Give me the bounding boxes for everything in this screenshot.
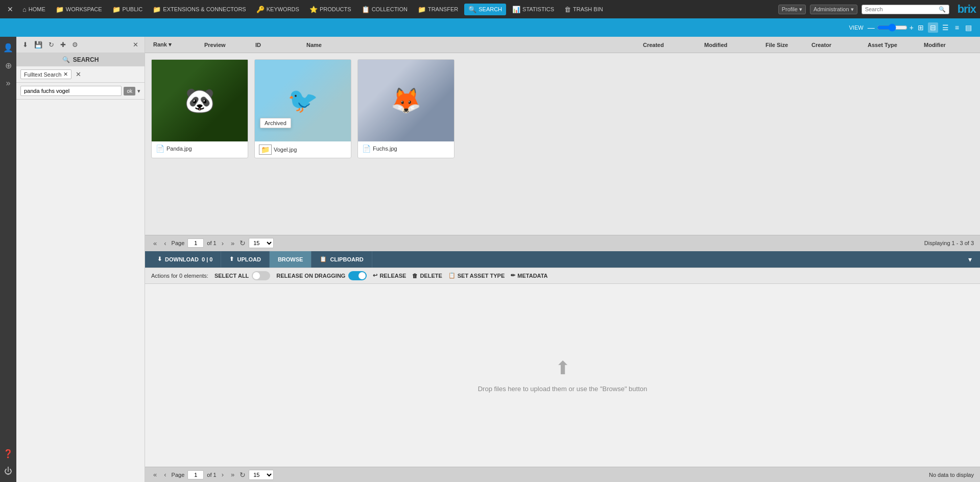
view-mode-list[interactable]: ≡ [953, 22, 961, 33]
left-icon-help[interactable]: ❓ [1, 447, 15, 461]
asset-card-vogel[interactable]: 🐦 📁 Vogel.jpg Archived [254, 59, 351, 158]
nav-label-workspace: WORKSPACE [66, 6, 102, 12]
browse-label: BROWSE [278, 256, 303, 262]
search-icon-small: 🔍 [62, 56, 70, 63]
profile-dropdown[interactable]: Profile ▾ [778, 5, 806, 14]
asset-card-fuchs[interactable]: 🦊 📄 Fuchs.jpg [357, 59, 455, 158]
pagination-refresh-button[interactable]: ↻ [240, 239, 246, 247]
view-mode-grid[interactable]: ⊟ [928, 22, 938, 33]
col-modified[interactable]: Modified [700, 42, 761, 48]
bottom-page-first[interactable]: « [151, 470, 159, 479]
nav-item-keywords[interactable]: 🔑 KEYWORDS [252, 4, 303, 15]
left-icon-layers[interactable]: ⊕ [3, 59, 14, 73]
nav-item-workspace[interactable]: 📁 WORKSPACE [52, 4, 106, 15]
download-button[interactable]: ⬇ DOWNLOAD 0 | 0 [149, 251, 221, 268]
bottom-page-last[interactable]: » [229, 470, 236, 479]
app-wrapper: ✕ ⌂ HOME 📁 WORKSPACE 📁 PUBLIC 📁 EXTENSIO… [0, 0, 980, 482]
asset-card-panda[interactable]: 🐼 📄 Panda.jpg [151, 59, 248, 158]
actions-for-label: Actions for 0 elements: [151, 273, 208, 279]
clipboard-actions-bar: Actions for 0 elements: SELECT ALL RELEA… [145, 268, 980, 284]
bottom-page-next[interactable]: › [220, 470, 226, 479]
close-app-button[interactable]: ✕ [4, 3, 16, 15]
set-asset-type-link[interactable]: 📋 SET ASSET TYPE [448, 272, 505, 279]
bottom-action-bar: ⬇ DOWNLOAD 0 | 0 ⬆ UPLOAD BROWSE 📋 CLIPB… [145, 251, 980, 268]
bottom-page-input[interactable] [187, 470, 204, 479]
sub-header: VIEW — + ⊞ ⊟ ☰ ≡ ▤ [0, 18, 980, 37]
filter-value-input[interactable] [20, 86, 122, 96]
col-assettype[interactable]: Asset Type [864, 42, 920, 48]
nav-label-trashbin: TRASH BIN [573, 6, 603, 12]
nav-item-statistics[interactable]: 📊 STATISTICS [508, 4, 558, 15]
zoom-slider[interactable] [877, 23, 907, 32]
page-next-button[interactable]: › [220, 238, 226, 248]
filter-arrow-button[interactable]: ▾ [137, 88, 140, 94]
clipboard-label: CLIPBOARD [330, 256, 363, 262]
bottom-bar-collapse-icon[interactable]: ▾ [968, 255, 972, 263]
nav-item-extensions[interactable]: 📁 EXTENSIONS & CONNECTORS [149, 4, 250, 15]
filter-type-clear[interactable]: ✕ [63, 71, 68, 78]
panda-thumbnail: 🐼 [152, 60, 248, 141]
global-search-icon[interactable]: 🔍 [939, 6, 946, 13]
filter-input-row: ok ▾ [16, 83, 145, 100]
bottom-pagination: « ‹ Page of 1 › » ↻ 15 25 50 100 [145, 467, 980, 482]
bottom-refresh-button[interactable]: ↻ [240, 471, 246, 479]
col-creator[interactable]: Creator [807, 42, 864, 48]
zoom-minus-icon[interactable]: — [868, 23, 875, 32]
col-rank[interactable]: Rank ▾ [149, 41, 200, 48]
metadata-link[interactable]: ✏ METADATA [511, 272, 547, 279]
panel-clear-icon[interactable]: ✕ [131, 40, 140, 50]
select-all-toggle[interactable] [252, 271, 270, 280]
panel-refresh-icon[interactable]: ↻ [46, 40, 56, 50]
filter-close-button[interactable]: ✕ [74, 69, 83, 79]
view-mode-list-compact[interactable]: ☰ [940, 22, 951, 33]
col-id[interactable]: ID [251, 42, 302, 48]
page-last-button[interactable]: » [229, 238, 236, 248]
global-search-input[interactable] [865, 6, 937, 12]
view-mode-grid-dense[interactable]: ⊞ [916, 22, 926, 33]
view-mode-detail[interactable]: ▤ [963, 22, 974, 33]
nav-item-home[interactable]: ⌂ HOME [18, 4, 50, 15]
col-modifier[interactable]: Modifier [920, 42, 976, 48]
nav-item-trashbin[interactable]: 🗑 TRASH BIN [560, 4, 607, 15]
left-icon-user[interactable]: 👤 [1, 41, 15, 55]
nav-item-search[interactable]: 🔍 SEARCH [464, 4, 506, 15]
release-action-link[interactable]: ↩ RELEASE [373, 272, 406, 279]
col-filesize[interactable]: File Size [761, 42, 807, 48]
page-input[interactable] [187, 238, 204, 248]
panda-footer: 📄 Panda.jpg [152, 141, 248, 156]
left-icon-power[interactable]: ⏻ [2, 465, 14, 478]
clipboard-section: Actions for 0 elements: SELECT ALL RELEA… [145, 268, 980, 483]
nav-item-transfer[interactable]: 📁 TRANSFER [414, 4, 462, 15]
transfer-icon: 📁 [418, 6, 426, 13]
col-preview[interactable]: Preview [200, 42, 251, 48]
nav-label-statistics: STATISTICS [522, 6, 554, 12]
delete-action-link[interactable]: 🗑 DELETE [412, 273, 442, 279]
nav-item-products[interactable]: ⭐ PRODUCTS [305, 4, 355, 15]
panel-settings-icon[interactable]: ⚙ [70, 40, 80, 50]
delete-icon: 🗑 [412, 273, 418, 279]
bottom-page-prev[interactable]: ‹ [162, 470, 168, 479]
nav-label-public: PUBLIC [123, 6, 143, 12]
browse-button[interactable]: BROWSE [270, 251, 312, 268]
col-name[interactable]: Name [302, 42, 639, 48]
panel-save-icon[interactable]: 💾 [32, 40, 44, 50]
fox-emoji: 🦊 [391, 86, 421, 115]
upload-button[interactable]: ⬆ UPLOAD [221, 251, 269, 268]
page-prev-button[interactable]: ‹ [162, 238, 168, 248]
panel-download-icon[interactable]: ⬇ [20, 40, 30, 50]
left-icon-expand[interactable]: » [4, 77, 13, 90]
col-created[interactable]: Created [639, 42, 700, 48]
page-first-button[interactable]: « [151, 238, 159, 248]
fuchs-file-icon: 📄 [362, 144, 371, 153]
release-on-dragging-toggle[interactable] [348, 271, 367, 280]
administration-dropdown[interactable]: Administration ▾ [810, 5, 857, 14]
top-nav: ✕ ⌂ HOME 📁 WORKSPACE 📁 PUBLIC 📁 EXTENSIO… [0, 0, 980, 18]
nav-item-collection[interactable]: 📋 COLLECTION [357, 4, 412, 15]
page-size-select[interactable]: 15 25 50 100 [249, 238, 274, 248]
zoom-plus-icon[interactable]: + [910, 23, 914, 32]
panel-add-icon[interactable]: ✚ [58, 40, 68, 50]
nav-item-public[interactable]: 📁 PUBLIC [108, 4, 147, 15]
bottom-page-size-select[interactable]: 15 25 50 100 [249, 470, 274, 480]
clipboard-button[interactable]: 📋 CLIPBOARD [312, 251, 372, 268]
filter-ok-button[interactable]: ok [124, 87, 135, 95]
